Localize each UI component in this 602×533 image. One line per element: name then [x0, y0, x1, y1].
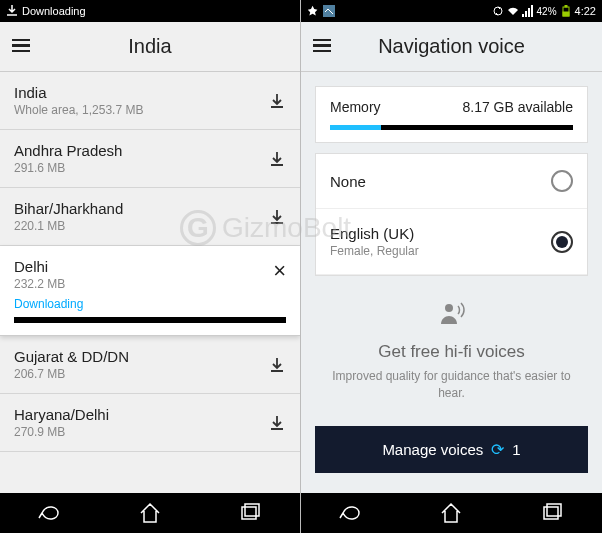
svg-rect-9 [547, 504, 561, 516]
navbar-left [0, 493, 300, 533]
header-left: India [0, 22, 300, 72]
pin-icon [307, 5, 319, 17]
list-item[interactable]: Bihar/Jharkhand220.1 MB [0, 188, 300, 246]
list-item[interactable]: IndiaWhole area, 1,253.7 MB [0, 72, 300, 130]
back-button[interactable] [338, 500, 364, 526]
status-text: Downloading [22, 5, 86, 17]
sync-icon: ⟳ [491, 440, 504, 459]
list-item[interactable]: Gujarat & DD/DN206.7 MB [0, 336, 300, 394]
left-panel: Downloading India IndiaWhole area, 1,253… [0, 0, 301, 533]
svg-point-7 [445, 304, 453, 312]
header-right: Navigation voice [301, 22, 602, 72]
back-button[interactable] [37, 500, 63, 526]
memory-label: Memory [330, 99, 381, 115]
list-item[interactable]: Andhra Pradesh291.6 MB [0, 130, 300, 188]
radio-button[interactable] [551, 231, 573, 253]
download-status-icon [6, 5, 18, 17]
voice-option-english-uk[interactable]: English (UK)Female, Regular [316, 209, 587, 275]
svg-rect-1 [245, 504, 259, 516]
recent-button[interactable] [237, 500, 263, 526]
signal-icon [522, 5, 534, 17]
voice-option-none[interactable]: None [316, 154, 587, 209]
status-bar-left: Downloading [0, 0, 300, 22]
voice-list: None English (UK)Female, Regular [315, 153, 588, 276]
page-title: India [34, 35, 266, 58]
memory-value: 8.17 GB available [462, 99, 573, 115]
battery-icon [560, 5, 572, 17]
radio-button[interactable] [551, 170, 573, 192]
svg-rect-5 [563, 12, 569, 16]
home-button[interactable] [438, 500, 464, 526]
recent-button[interactable] [539, 500, 565, 526]
manage-voices-button[interactable]: Manage voices ⟳ 1 [315, 426, 588, 473]
voice-promo-icon [325, 300, 578, 334]
promo-title: Get free hi-fi voices [325, 342, 578, 362]
memory-card: Memory 8.17 GB available [315, 86, 588, 143]
svg-rect-8 [544, 507, 558, 519]
download-icon[interactable] [268, 414, 286, 432]
progress-bar [14, 317, 286, 323]
rotate-icon [492, 5, 504, 17]
svg-rect-0 [242, 507, 256, 519]
svg-point-3 [494, 7, 502, 15]
menu-button[interactable] [313, 36, 335, 58]
download-icon[interactable] [268, 150, 286, 168]
menu-button[interactable] [12, 36, 34, 58]
memory-bar [330, 125, 573, 130]
wifi-icon [507, 5, 519, 17]
promo-section: Get free hi-fi voices Improved quality f… [301, 276, 602, 418]
cancel-download-button[interactable]: × [265, 258, 286, 284]
home-button[interactable] [137, 500, 163, 526]
clock: 4:22 [575, 5, 596, 17]
page-title: Navigation voice [335, 35, 568, 58]
list-item[interactable]: Haryana/Delhi270.9 MB [0, 394, 300, 452]
app-icon [323, 5, 335, 17]
svg-rect-2 [323, 5, 335, 17]
battery-percent: 42% [537, 6, 557, 17]
navbar-right [301, 493, 602, 533]
download-icon[interactable] [268, 208, 286, 226]
svg-rect-6 [565, 5, 567, 7]
promo-desc: Improved quality for guidance that's eas… [325, 368, 578, 402]
right-panel: 42% 4:22 Navigation voice Memory 8.17 GB… [301, 0, 602, 533]
download-icon[interactable] [268, 92, 286, 110]
download-list: IndiaWhole area, 1,253.7 MB Andhra Prade… [0, 72, 300, 493]
status-bar-right: 42% 4:22 [301, 0, 602, 22]
download-icon[interactable] [268, 356, 286, 374]
list-item-downloading[interactable]: Delhi 232.2 MB Downloading × [0, 246, 300, 336]
